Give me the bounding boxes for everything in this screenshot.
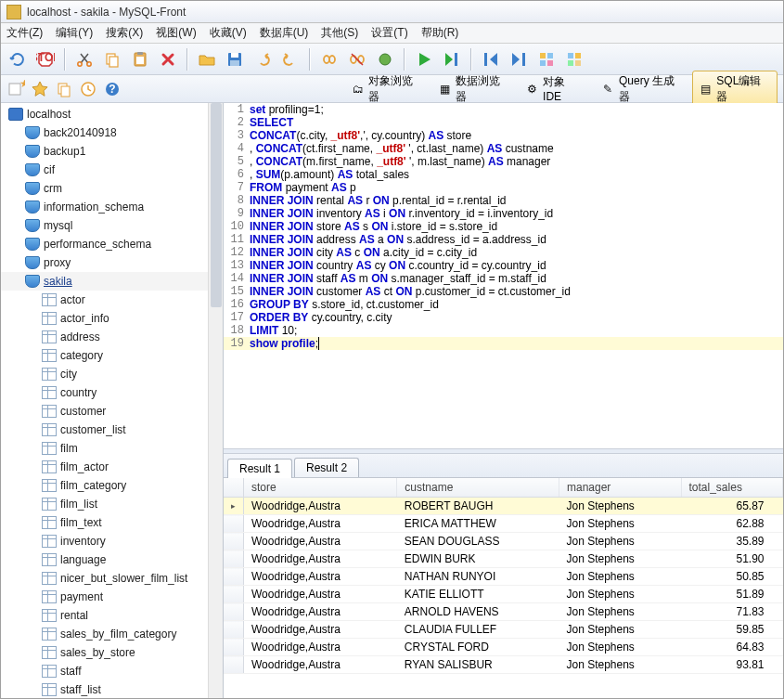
row-handle[interactable]: [224, 498, 244, 515]
cell[interactable]: ERICA MATTHEW: [397, 515, 559, 533]
tree-database[interactable]: mysql: [1, 216, 223, 235]
cell[interactable]: 65.87: [681, 498, 782, 515]
cell[interactable]: ARNOLD HAVENS: [397, 603, 559, 621]
open-button[interactable]: [196, 48, 218, 71]
cell[interactable]: Woodridge,Austra: [244, 656, 397, 674]
sql-editor[interactable]: 1set profiling=1;2SELECT3CONCAT(c.city, …: [224, 103, 783, 448]
tree-table[interactable]: country: [1, 383, 223, 402]
grid-view2-button[interactable]: [563, 48, 585, 71]
cell[interactable]: RYAN SALISBUR: [397, 656, 559, 674]
sql-line[interactable]: 10INNER JOIN store AS s ON i.store_id = …: [224, 220, 783, 233]
cell[interactable]: 51.90: [681, 550, 782, 568]
sql-line[interactable]: 8INNER JOIN rental AS r ON p.rental_id =…: [224, 194, 783, 207]
sql-line[interactable]: 14INNER JOIN staff AS m ON s.manager_sta…: [224, 272, 783, 285]
sql-line[interactable]: 17ORDER BY cy.country, c.city: [224, 311, 783, 324]
tree-table[interactable]: sales_by_film_category: [1, 625, 223, 643]
row-handle[interactable]: [224, 515, 244, 533]
sql-line[interactable]: 1set profiling=1;: [224, 103, 783, 116]
tree-table[interactable]: city: [1, 365, 223, 383]
paste-button[interactable]: [129, 48, 151, 71]
cell[interactable]: ROBERT BAUGH: [397, 498, 559, 515]
table-row[interactable]: Woodridge,AustraCRYSTAL FORDJon Stephens…: [224, 639, 783, 656]
sql-line[interactable]: 3CONCAT(c.city, _utf8',', cy.country) AS…: [224, 129, 783, 142]
sql-line[interactable]: 16GROUP BY s.store_id, ct.customer_id: [224, 298, 783, 311]
tree-table[interactable]: staff: [1, 662, 223, 680]
cell[interactable]: Jon Stephens: [559, 621, 681, 639]
tree-table[interactable]: rental: [1, 606, 223, 625]
menu-item[interactable]: 收藏(V): [210, 25, 247, 41]
unlink-button[interactable]: [346, 48, 368, 71]
cell[interactable]: 71.83: [681, 603, 782, 621]
view-query-builder[interactable]: ✎Query 生成器: [595, 71, 690, 108]
scrollbar-thumb[interactable]: [211, 103, 222, 307]
cell[interactable]: 50.85: [681, 568, 782, 586]
tree-table[interactable]: category: [1, 346, 223, 365]
cell[interactable]: Jon Stephens: [559, 656, 681, 674]
table-row[interactable]: Woodridge,AustraRYAN SALISBURJon Stephen…: [224, 656, 783, 674]
first-record-button[interactable]: [480, 48, 502, 71]
sql-line[interactable]: 7FROM payment AS p: [224, 181, 783, 194]
table-row[interactable]: Woodridge,AustraSEAN DOUGLASSJon Stephen…: [224, 533, 783, 550]
tree-database[interactable]: proxy: [1, 253, 223, 272]
view-data-browser[interactable]: ▦数据浏览器: [431, 71, 517, 108]
tree-database[interactable]: backup1: [1, 142, 223, 161]
row-handle[interactable]: [224, 586, 244, 603]
table-row[interactable]: Woodridge,AustraNATHAN RUNYOIJon Stephen…: [224, 568, 783, 586]
link-button[interactable]: [318, 48, 341, 71]
delete-button[interactable]: [157, 48, 179, 71]
tree-table[interactable]: customer_list: [1, 421, 223, 439]
cell[interactable]: Jon Stephens: [559, 586, 681, 603]
cell[interactable]: Jon Stephens: [559, 603, 681, 621]
cell[interactable]: Woodridge,Austra: [244, 550, 397, 568]
save-button[interactable]: [224, 48, 246, 71]
cell[interactable]: Woodridge,Austra: [244, 498, 397, 515]
row-handle[interactable]: [224, 621, 244, 639]
column-header[interactable]: custname: [397, 478, 559, 498]
column-header[interactable]: store: [244, 478, 397, 498]
menu-item[interactable]: 帮助(R): [421, 25, 459, 41]
row-handle[interactable]: [224, 639, 244, 656]
row-handle[interactable]: [224, 656, 244, 674]
cell[interactable]: SEAN DOUGLASS: [397, 533, 559, 550]
cell[interactable]: Woodridge,Austra: [244, 621, 397, 639]
sql-line[interactable]: 18LIMIT 10;: [224, 324, 783, 337]
tree-database[interactable]: back20140918: [1, 123, 223, 142]
table-row[interactable]: Woodridge,AustraROBERT BAUGHJon Stephens…: [224, 498, 783, 515]
tree-table[interactable]: actor_info: [1, 309, 223, 328]
copy-button[interactable]: [101, 48, 123, 71]
cell[interactable]: Woodridge,Austra: [244, 639, 397, 656]
tree-database[interactable]: crm: [1, 179, 223, 198]
history-button[interactable]: [79, 80, 97, 98]
cell[interactable]: Woodridge,Austra: [244, 586, 397, 603]
refresh-button[interactable]: [6, 48, 29, 71]
redo-button[interactable]: [279, 48, 302, 71]
sql-line[interactable]: 19show profile;: [224, 337, 783, 350]
run-button[interactable]: [413, 48, 435, 71]
tree-table[interactable]: language: [1, 550, 223, 569]
row-handle[interactable]: [224, 603, 244, 621]
view-sql-editor[interactable]: ▤SQL编辑器: [692, 71, 778, 108]
tree-table[interactable]: address: [1, 328, 223, 346]
menu-item[interactable]: 数据库(U): [260, 25, 309, 41]
cell[interactable]: Jon Stephens: [559, 533, 681, 550]
table-row[interactable]: Woodridge,AustraARNOLD HAVENSJon Stephen…: [224, 603, 783, 621]
tree-table[interactable]: payment: [1, 588, 223, 606]
row-handle[interactable]: [224, 533, 244, 550]
menu-item[interactable]: 其他(S): [321, 25, 358, 41]
cut-button[interactable]: [73, 48, 96, 71]
tree-database[interactable]: cif: [1, 161, 223, 179]
copy-fav-button[interactable]: [55, 80, 73, 98]
table-row[interactable]: Woodridge,AustraCLAUDIA FULLEFJon Stephe…: [224, 621, 783, 639]
tree-table[interactable]: film_actor: [1, 458, 223, 476]
cell[interactable]: Jon Stephens: [559, 639, 681, 656]
cell[interactable]: NATHAN RUNYOI: [397, 568, 559, 586]
cell[interactable]: 62.88: [681, 515, 782, 533]
result-tab[interactable]: Result 1: [227, 459, 292, 478]
favorite-button[interactable]: [31, 80, 49, 98]
menu-item[interactable]: 设置(T): [371, 25, 407, 41]
sql-line[interactable]: 13INNER JOIN country AS cy ON c.country_…: [224, 259, 783, 272]
run-step-button[interactable]: [441, 48, 463, 71]
menu-item[interactable]: 搜索(X): [106, 25, 143, 41]
cell[interactable]: CLAUDIA FULLEF: [397, 621, 559, 639]
column-header[interactable]: manager: [559, 478, 681, 498]
